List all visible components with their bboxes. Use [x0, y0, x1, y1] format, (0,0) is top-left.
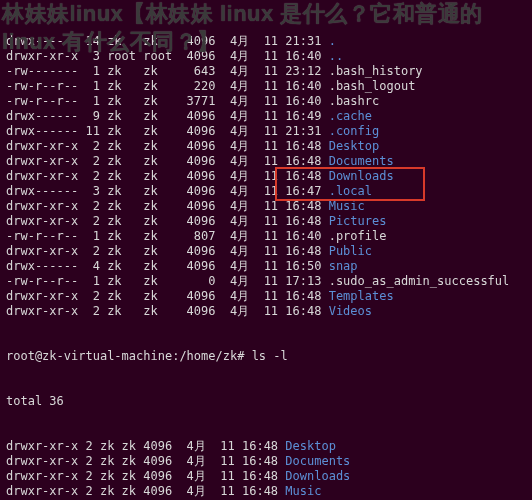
- file-name: Downloads: [329, 169, 394, 183]
- file-name: Downloads: [285, 469, 350, 483]
- file-name: Videos: [329, 304, 372, 318]
- file-row: drwx------ 4 zk zk 4096 4月 11 16:50 snap: [6, 259, 526, 274]
- file-name: .cache: [329, 109, 372, 123]
- file-name: .config: [329, 124, 380, 138]
- file-name: .bash_history: [329, 64, 423, 78]
- ls-l-output: drwxr-xr-x 2 zk zk 4096 4月 11 16:48 Desk…: [6, 439, 526, 500]
- file-name: Public: [329, 244, 372, 258]
- file-row: drwx------ 9 zk zk 4096 4月 11 16:49 .cac…: [6, 109, 526, 124]
- file-name: Pictures: [329, 214, 387, 228]
- file-name: snap: [329, 259, 358, 273]
- file-row: drwxr-xr-x 2 zk zk 4096 4月 11 16:48 Docu…: [6, 454, 526, 469]
- file-row: drwxr-xr-x 2 zk zk 4096 4月 11 16:48 Musi…: [6, 484, 526, 499]
- file-name: Desktop: [285, 439, 336, 453]
- total-line: total 36: [6, 394, 526, 409]
- file-row: drwx------ 11 zk zk 4096 4月 11 21:31 .co…: [6, 124, 526, 139]
- file-row: drwxr-xr-x 2 zk zk 4096 4月 11 16:48 Pict…: [6, 214, 526, 229]
- file-row: drwxr-xr-x 2 zk zk 4096 4月 11 16:48 Vide…: [6, 304, 526, 319]
- file-name: Desktop: [329, 139, 380, 153]
- file-name: .local: [329, 184, 372, 198]
- file-name: Music: [285, 484, 321, 498]
- file-row: -rw-r--r-- 1 zk zk 220 4月 11 16:40 .bash…: [6, 79, 526, 94]
- file-row: drwxr-xr-x 2 zk zk 4096 4月 11 16:48 Publ…: [6, 244, 526, 259]
- file-row: drwxr-xr-x 2 zk zk 4096 4月 11 16:48 Temp…: [6, 289, 526, 304]
- file-row: -rw------- 1 zk zk 643 4月 11 23:12 .bash…: [6, 64, 526, 79]
- file-name: .bash_logout: [329, 79, 416, 93]
- file-name: Documents: [285, 454, 350, 468]
- shell-prompt-line: root@zk-virtual-machine:/home/zk# ls -l: [6, 349, 526, 364]
- file-row: drwxr-xr-x 2 zk zk 4096 4月 11 16:48 Desk…: [6, 439, 526, 454]
- file-name: .sudo_as_admin_successful: [329, 274, 510, 288]
- file-row: drwxr-xr-x 2 zk zk 4096 4月 11 16:48 Down…: [6, 469, 526, 484]
- file-row: drwx------ 3 zk zk 4096 4月 11 16:47 .loc…: [6, 184, 526, 199]
- file-row: drwxr-xr-x 2 zk zk 4096 4月 11 16:48 Down…: [6, 169, 526, 184]
- file-name: Templates: [329, 289, 394, 303]
- file-name: Music: [329, 199, 365, 213]
- file-name: .profile: [329, 229, 387, 243]
- file-row: drwxr-xr-x 2 zk zk 4096 4月 11 16:48 Musi…: [6, 199, 526, 214]
- file-name: Documents: [329, 154, 394, 168]
- file-row: -rw-r--r-- 1 zk zk 0 4月 11 17:13 .sudo_a…: [6, 274, 526, 289]
- file-row: -rw-r--r-- 1 zk zk 3771 4月 11 16:40 .bas…: [6, 94, 526, 109]
- terminal-output[interactable]: drwx------ 14 zk zk 4096 4月 11 21:31 .dr…: [0, 0, 532, 500]
- ls-la-output: drwx------ 14 zk zk 4096 4月 11 21:31 .dr…: [6, 34, 526, 319]
- file-row: -rw-r--r-- 1 zk zk 807 4月 11 16:40 .prof…: [6, 229, 526, 244]
- article-title-overlay: 林妹妹linux【林妹妹 linux 是什么？它和普通的 linux 有什么不同…: [0, 0, 532, 56]
- file-row: drwxr-xr-x 2 zk zk 4096 4月 11 16:48 Desk…: [6, 139, 526, 154]
- file-row: drwxr-xr-x 2 zk zk 4096 4月 11 16:48 Docu…: [6, 154, 526, 169]
- file-name: .bashrc: [329, 94, 380, 108]
